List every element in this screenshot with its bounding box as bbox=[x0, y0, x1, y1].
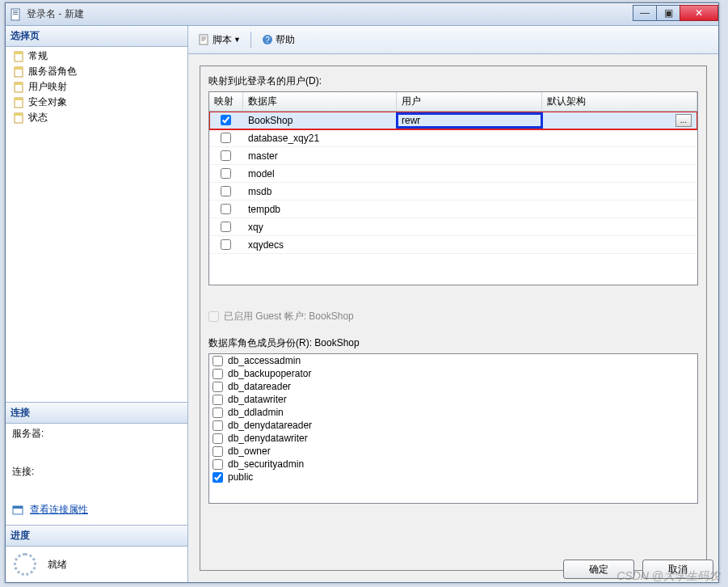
sidebar-item-3[interactable]: 安全对象 bbox=[6, 95, 187, 110]
role-item[interactable]: db_datareader bbox=[209, 380, 697, 393]
role-checkbox[interactable] bbox=[213, 356, 223, 366]
schema-cell[interactable] bbox=[542, 137, 697, 140]
user-cell[interactable] bbox=[397, 154, 542, 158]
user-cell[interactable] bbox=[397, 243, 542, 247]
user-cell[interactable] bbox=[397, 172, 542, 175]
svg-rect-15 bbox=[13, 506, 23, 509]
role-checkbox[interactable] bbox=[213, 395, 223, 405]
user-cell[interactable] bbox=[397, 208, 542, 211]
guest-checkbox bbox=[208, 311, 219, 322]
role-item[interactable]: public bbox=[209, 471, 697, 484]
sidebar-item-2[interactable]: 用户映射 bbox=[6, 79, 187, 95]
role-checkbox[interactable] bbox=[213, 433, 223, 444]
view-connection-props-link[interactable]: 查看连接属性 bbox=[30, 503, 88, 517]
col-schema[interactable]: 默认架构 bbox=[542, 92, 697, 111]
server-label: 服务器: bbox=[6, 424, 187, 444]
role-checkbox[interactable] bbox=[213, 446, 223, 457]
table-row[interactable]: xqy bbox=[209, 218, 697, 236]
db-cell[interactable]: xqy bbox=[243, 220, 397, 234]
role-checkbox[interactable] bbox=[213, 459, 223, 470]
role-checkbox[interactable] bbox=[213, 420, 223, 431]
dialog-window: 登录名 - 新建 — ▣ ✕ 选择页 常规服务器角色用户映射安全对象状态 连接 … bbox=[5, 2, 719, 583]
sidebar: 选择页 常规服务器角色用户映射安全对象状态 连接 服务器: 连接: 查看连接属性… bbox=[6, 26, 188, 582]
map-checkbox[interactable] bbox=[221, 115, 231, 125]
db-cell[interactable]: master bbox=[243, 149, 397, 163]
browse-schema-button[interactable]: ... bbox=[675, 114, 692, 127]
map-checkbox[interactable] bbox=[221, 168, 231, 179]
mapping-grid[interactable]: 映射 数据库 用户 默认架构 BookShoprewr...database_x… bbox=[208, 91, 698, 285]
schema-cell[interactable] bbox=[542, 208, 697, 211]
db-cell[interactable]: msdb bbox=[243, 184, 397, 199]
user-cell[interactable]: rewr bbox=[397, 113, 542, 128]
sidebar-item-1[interactable]: 服务器角色 bbox=[6, 64, 187, 79]
cancel-button[interactable]: 取消 bbox=[642, 560, 713, 579]
window-title: 登录名 - 新建 bbox=[27, 7, 633, 21]
user-cell[interactable] bbox=[397, 226, 542, 229]
roles-list[interactable]: db_accessadmindb_backupoperatordb_datare… bbox=[208, 353, 698, 504]
progress-header: 进度 bbox=[6, 526, 187, 547]
maximize-button[interactable]: ▣ bbox=[656, 5, 680, 21]
role-checkbox[interactable] bbox=[213, 472, 223, 483]
dropdown-icon: ▼ bbox=[234, 36, 241, 44]
db-cell[interactable]: xqydecs bbox=[243, 238, 397, 252]
title-bar[interactable]: 登录名 - 新建 — ▣ ✕ bbox=[6, 3, 718, 26]
role-checkbox[interactable] bbox=[213, 408, 223, 418]
user-cell[interactable] bbox=[397, 137, 542, 140]
map-checkbox[interactable] bbox=[221, 186, 231, 196]
properties-icon bbox=[12, 504, 25, 517]
role-checkbox[interactable] bbox=[213, 369, 223, 379]
svg-rect-3 bbox=[13, 14, 18, 15]
table-row[interactable]: BookShoprewr... bbox=[209, 112, 697, 129]
col-database[interactable]: 数据库 bbox=[243, 92, 397, 111]
col-user[interactable]: 用户 bbox=[397, 92, 542, 111]
schema-cell[interactable] bbox=[542, 154, 697, 158]
main-panel: 脚本 ▼ ? 帮助 映射到此登录名的用户(D): 映射 数据库 用户 bbox=[188, 26, 718, 582]
table-row[interactable]: tempdb bbox=[209, 201, 697, 218]
grid-header: 映射 数据库 用户 默认架构 bbox=[209, 92, 697, 112]
user-cell[interactable] bbox=[397, 190, 542, 193]
close-button[interactable]: ✕ bbox=[680, 5, 718, 21]
role-item[interactable]: db_denydatareader bbox=[209, 419, 697, 432]
map-checkbox[interactable] bbox=[221, 222, 231, 232]
map-checkbox[interactable] bbox=[221, 133, 231, 143]
app-icon bbox=[10, 8, 23, 21]
db-cell[interactable]: model bbox=[243, 167, 397, 181]
page-icon bbox=[14, 97, 25, 108]
role-item[interactable]: db_denydatawriter bbox=[209, 432, 697, 445]
sidebar-item-4[interactable]: 状态 bbox=[6, 110, 187, 125]
map-checkbox[interactable] bbox=[221, 150, 231, 161]
role-checkbox[interactable] bbox=[213, 382, 223, 392]
role-item[interactable]: db_datawriter bbox=[209, 393, 697, 406]
col-map[interactable]: 映射 bbox=[209, 92, 243, 111]
table-row[interactable]: master bbox=[209, 147, 697, 165]
help-button[interactable]: ? 帮助 bbox=[258, 32, 298, 49]
schema-cell[interactable] bbox=[542, 172, 697, 175]
ok-button[interactable]: 确定 bbox=[563, 560, 634, 579]
db-cell[interactable]: database_xqy21 bbox=[243, 131, 397, 146]
role-item[interactable]: db_owner bbox=[209, 445, 697, 458]
role-item[interactable]: db_backupoperator bbox=[209, 367, 697, 380]
table-row[interactable]: database_xqy21 bbox=[209, 129, 697, 147]
help-icon: ? bbox=[261, 33, 274, 46]
connection-header: 连接 bbox=[6, 403, 187, 424]
schema-cell[interactable] bbox=[542, 243, 697, 247]
map-checkbox[interactable] bbox=[221, 239, 231, 250]
table-row[interactable]: msdb bbox=[209, 183, 697, 201]
table-row[interactable]: model bbox=[209, 165, 697, 183]
table-row[interactable]: xqydecs bbox=[209, 236, 697, 254]
schema-cell[interactable] bbox=[542, 226, 697, 229]
role-item[interactable]: db_accessadmin bbox=[209, 354, 697, 367]
sidebar-item-0[interactable]: 常规 bbox=[6, 49, 187, 64]
schema-cell[interactable]: ... bbox=[542, 112, 697, 129]
page-icon bbox=[14, 51, 25, 62]
schema-cell[interactable] bbox=[542, 190, 697, 193]
db-cell[interactable]: BookShop bbox=[243, 113, 397, 128]
db-cell[interactable]: tempdb bbox=[243, 202, 397, 217]
role-item[interactable]: db_securityadmin bbox=[209, 458, 697, 471]
map-checkbox[interactable] bbox=[221, 204, 231, 214]
page-icon bbox=[14, 112, 25, 124]
script-button[interactable]: 脚本 ▼ bbox=[195, 32, 244, 49]
minimize-button[interactable]: — bbox=[633, 5, 657, 21]
role-item[interactable]: db_ddladmin bbox=[209, 406, 697, 419]
toolbar: 脚本 ▼ ? 帮助 bbox=[188, 26, 718, 54]
